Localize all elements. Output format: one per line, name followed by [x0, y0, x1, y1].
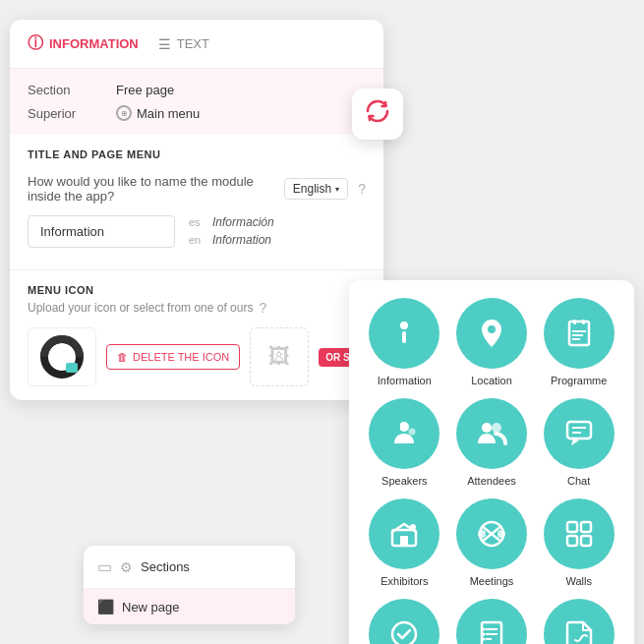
icon-circle-exhibitors	[369, 498, 439, 569]
icon-circle-walls	[544, 498, 615, 569]
icon-item-location[interactable]: Location	[454, 298, 530, 386]
refresh-icon	[364, 97, 391, 131]
icon-circle-location	[456, 298, 527, 369]
icon-circle-surveys	[456, 599, 527, 644]
sections-panel: ▭ ⚙ Sections ⬛ New page	[84, 546, 295, 624]
programme-icon	[561, 316, 597, 351]
trans-text-en: Information	[212, 233, 271, 247]
help-icon[interactable]: ?	[358, 181, 366, 197]
language-value: English	[293, 182, 331, 196]
icon-label-attendees: Attendees	[467, 475, 516, 487]
exhibitors-icon	[386, 516, 422, 552]
icon-label-speakers: Speakers	[381, 475, 427, 487]
icon-item-votings[interactable]: Votings	[367, 599, 442, 644]
menu-icon-section: MENU ICON Upload your icon or select fro…	[10, 269, 383, 400]
placeholder-icon: 🖼	[268, 344, 290, 370]
svg-point-37	[482, 633, 485, 636]
resources-icon	[561, 616, 597, 644]
section-val: Free page	[116, 83, 174, 97]
icon-label-meetings: Meetings	[470, 575, 514, 587]
icon-item-chat[interactable]: Chat	[541, 398, 616, 487]
icon-circle-resources	[544, 599, 615, 644]
superior-val: ⊕ Main menu	[116, 105, 200, 121]
title-heading: TITLE AND PAGE MENU	[28, 148, 366, 160]
module-name-input[interactable]	[28, 215, 175, 248]
icon-circle-information	[369, 298, 439, 369]
tab-text-label: TEXT	[177, 36, 209, 51]
svg-point-26	[498, 530, 505, 538]
text-icon: ☰	[158, 36, 171, 52]
trans-text-es: Información	[212, 215, 274, 229]
section-row-section: Section Free page	[28, 79, 366, 101]
icon-label-exhibitors: Exhibitors	[381, 575, 428, 587]
sections-header: ▭ ⚙ Sections	[84, 546, 295, 589]
icon-circle-programme	[544, 298, 615, 369]
svg-rect-20	[400, 536, 408, 546]
icon-item-walls[interactable]: Walls	[541, 498, 616, 587]
speakers-icon	[386, 416, 422, 451]
icons-grid: Information Location	[367, 298, 616, 644]
svg-rect-29	[567, 536, 577, 546]
svg-point-25	[478, 530, 486, 538]
svg-rect-6	[573, 320, 576, 324]
info-panel: ⓘ INFORMATION ☰ TEXT Section Free page S…	[10, 20, 383, 400]
attendees-icon	[474, 416, 509, 451]
lang-code-en: en	[189, 234, 205, 246]
delete-label: DELETE THE ICON	[133, 351, 229, 363]
info-icon: ⓘ	[28, 33, 43, 54]
new-page-label: New page	[122, 600, 180, 615]
upload-hint: Upload your icon or select from one of o…	[28, 300, 366, 316]
svg-point-14	[482, 423, 492, 433]
icon-label-chat: Chat	[567, 475, 590, 487]
lang-code-es: es	[189, 216, 205, 228]
svg-rect-28	[581, 522, 591, 532]
icon-circle-votings	[369, 599, 439, 644]
tab-information-label: INFORMATION	[49, 36, 139, 51]
svg-point-12	[409, 429, 416, 436]
refresh-button[interactable]	[352, 88, 403, 140]
icon-item-programme[interactable]: Programme	[541, 298, 616, 386]
new-page-row[interactable]: ⬛ New page	[84, 589, 295, 624]
svg-point-2	[400, 322, 408, 329]
surveys-icon	[474, 616, 509, 644]
svg-rect-5	[569, 322, 589, 345]
icon-label-information: Information	[378, 375, 432, 386]
votings-icon	[386, 616, 422, 644]
svg-point-31	[392, 622, 416, 644]
svg-rect-16	[567, 422, 591, 439]
icon-circle-attendees	[456, 398, 527, 469]
delete-icon-button[interactable]: 🗑 DELETE THE ICON	[106, 344, 240, 370]
superior-icon: ⊕	[116, 105, 132, 121]
upload-hint-text: Upload your icon or select from one of o…	[28, 301, 253, 315]
tab-information[interactable]: ⓘ INFORMATION	[28, 33, 139, 54]
icon-item-information[interactable]: Information	[367, 298, 442, 386]
icon-item-attendees[interactable]: Attendees	[454, 398, 530, 487]
icon-circle-speakers	[369, 398, 439, 469]
meetings-icon	[474, 516, 509, 552]
svg-rect-27	[567, 522, 577, 532]
chevron-down-icon: ▾	[335, 185, 339, 194]
placeholder-icon-box: 🖼	[250, 327, 309, 386]
icon-item-resources[interactable]: Resources	[541, 599, 616, 644]
input-row: es Información en Information	[28, 215, 366, 248]
menu-icon-heading: MENU ICON	[28, 284, 366, 296]
svg-rect-7	[582, 320, 585, 324]
superior-text: Main menu	[137, 106, 200, 121]
svg-rect-30	[581, 536, 591, 546]
svg-rect-1	[66, 363, 78, 373]
icon-item-meetings[interactable]: Meetings	[454, 498, 530, 587]
tab-text[interactable]: ☰ TEXT	[158, 36, 209, 52]
title-section: TITLE AND PAGE MENU How would you like t…	[10, 135, 383, 269]
superior-key: Superior	[28, 106, 116, 121]
icon-item-exhibitors[interactable]: Exhibitors	[367, 498, 442, 587]
svg-point-4	[488, 325, 496, 333]
gear-icon[interactable]: ⚙	[120, 559, 133, 575]
name-prompt-row: How would you like to name the module in…	[28, 174, 366, 204]
icon-item-surveys[interactable]: Surveys	[454, 599, 530, 644]
collapse-icon[interactable]: ▭	[97, 557, 112, 576]
chat-icon	[561, 416, 597, 451]
language-selector[interactable]: English ▾	[284, 178, 348, 200]
icon-item-speakers[interactable]: Speakers	[367, 398, 442, 487]
upload-help-icon[interactable]: ?	[259, 300, 266, 316]
trans-es: es Información	[189, 215, 274, 229]
